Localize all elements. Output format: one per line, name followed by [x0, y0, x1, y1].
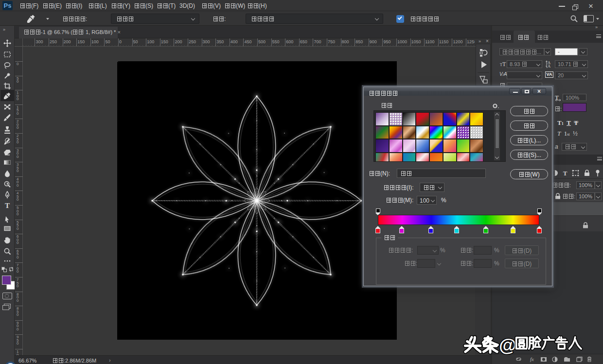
svg-text:@: @	[499, 335, 516, 355]
svg-text:T: T	[563, 170, 568, 177]
svg-text:A: A	[548, 64, 551, 68]
svg-text:T: T	[5, 202, 10, 209]
